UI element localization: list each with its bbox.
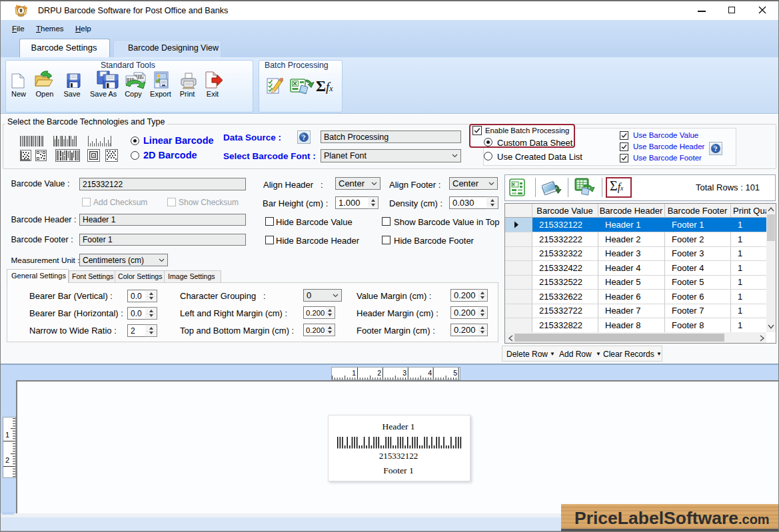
svg-text:1: 1 xyxy=(352,369,356,377)
svg-text:2: 2 xyxy=(377,369,381,377)
svg-text:1: 1 xyxy=(5,431,9,439)
svg-text:?: ? xyxy=(714,144,718,152)
svg-text:5: 5 xyxy=(453,369,457,377)
svg-text:?: ? xyxy=(302,133,306,141)
svg-text:3: 3 xyxy=(402,369,406,377)
svg-text:4: 4 xyxy=(428,369,432,377)
svg-text:2: 2 xyxy=(5,456,9,464)
